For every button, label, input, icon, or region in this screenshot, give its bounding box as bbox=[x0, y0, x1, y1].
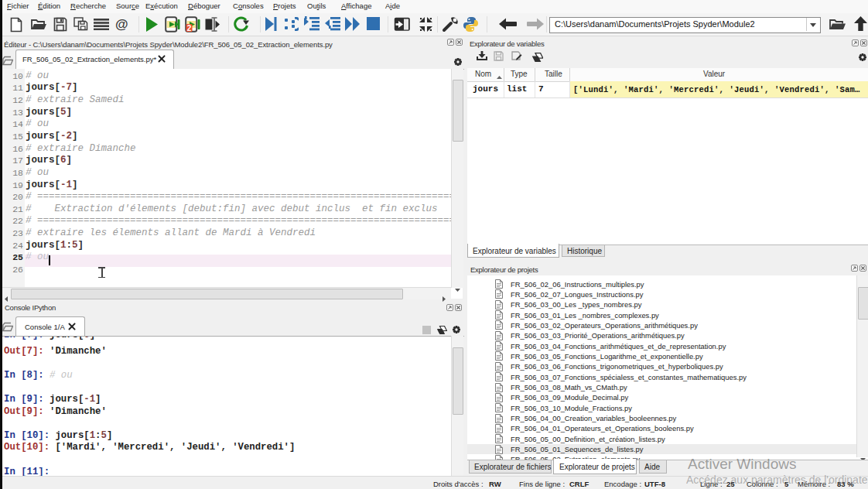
svg-text:2: 2 bbox=[187, 24, 192, 32]
